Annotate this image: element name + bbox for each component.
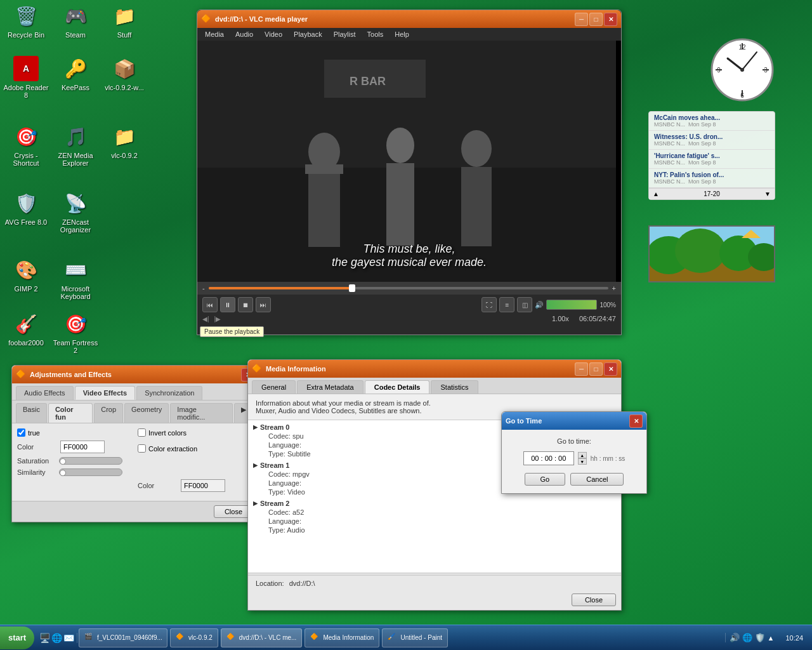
taskbar-btn-paint[interactable]: 🖌️ Untitled - Paint	[382, 628, 448, 647]
vlc-menu-video[interactable]: Video	[259, 29, 287, 39]
tab-extra-metadata[interactable]: Extra Metadata	[297, 380, 363, 394]
desktop-icon-zencast[interactable]: 📡 ZENcast Organizer	[53, 190, 98, 234]
media-info-minimize[interactable]: ─	[575, 362, 588, 376]
right-color-input[interactable]	[181, 479, 225, 492]
media-info-maximize[interactable]: □	[589, 362, 603, 376]
vlc-prev-btn[interactable]: ⏮	[202, 297, 218, 312]
adj-title: Adjustments and Effects	[30, 371, 112, 378]
desktop-icon-avg[interactable]: 🛡️ AVG Free 8.0	[3, 190, 49, 226]
vlc-seek-thumb[interactable]	[349, 284, 355, 292]
desktop-icon-foobar[interactable]: 🎸 foobar2000	[3, 311, 49, 347]
desktop-icon-crysis[interactable]: 🎯 Crysis - Shortcut	[3, 124, 49, 167]
vlc-menu-playlist[interactable]: Playlist	[329, 29, 361, 39]
saturation-slider[interactable]	[59, 457, 122, 465]
news-item-1[interactable]: McCain moves ahea... MSNBC N... Mon Sep …	[649, 112, 775, 131]
vlc-menu-playback[interactable]: Playback	[289, 29, 327, 39]
taskbar-btn-dvd-vlc-icon: 🔶	[226, 633, 237, 643]
vlc-pause-btn[interactable]: ⏸	[220, 297, 235, 312]
inner-tab-geometry[interactable]: Geometry	[124, 403, 169, 423]
news-item-3[interactable]: 'Hurricane fatigue' s... MSNBC N... Mon …	[649, 150, 775, 169]
invert-colors-label: Invert colors	[148, 429, 187, 437]
invert-colors-checkbox[interactable]	[138, 428, 146, 437]
taskbar-btn-dvd-vlc[interactable]: 🔶 dvd://D:\ - VLC me...	[221, 628, 303, 647]
vlc-minimize-btn[interactable]: ─	[575, 13, 588, 26]
vlc-playlist-btn[interactable]: ≡	[499, 297, 514, 312]
news-meta-1: MSNBC N... Mon Sep 8	[654, 121, 769, 128]
taskbar-btn-media-info[interactable]: 🔶 Media Information	[304, 628, 379, 647]
vlc-close-btn[interactable]: ✕	[604, 13, 617, 26]
color-threshold-checkbox[interactable]	[17, 428, 25, 437]
crysis-label: Crysis - Shortcut	[3, 152, 49, 167]
vlc-frame-fwd-btn[interactable]: |▶	[214, 315, 221, 322]
stream-2-header[interactable]: ▶ Stream 2	[253, 499, 616, 508]
taskbar-btn-file-vlc[interactable]: 🎬 f_VLC001m_09460f9...	[79, 628, 167, 647]
ql-icon-1[interactable]: 🖥️	[39, 633, 50, 643]
taskbar-btn-file-vlc-label: f_VLC001m_09460f9...	[97, 634, 162, 641]
goto-close-btn[interactable]: ✕	[629, 415, 643, 428]
vlc-menu-help[interactable]: Help	[390, 29, 414, 39]
inner-tab-imagemod[interactable]: Image modific...	[170, 403, 233, 423]
goto-cancel-button[interactable]: Cancel	[570, 473, 624, 486]
vlc-ext-btn[interactable]: ◫	[517, 297, 532, 312]
vlc-frame-back-btn[interactable]: ◀|	[202, 315, 209, 322]
tab-statistics[interactable]: Statistics	[431, 380, 478, 394]
tab-general[interactable]: General	[252, 380, 296, 394]
media-info-close-button[interactable]: Close	[572, 594, 616, 606]
desktop-icon-vlc092w[interactable]: 📦 vlc-0.9.2-w...	[102, 56, 147, 91]
tab-audio-effects[interactable]: Audio Effects	[16, 386, 74, 400]
desktop-icon-adobe[interactable]: A Adobe Reader 8	[3, 56, 49, 99]
media-info-tabs: General Extra Metadata Codec Details Sta…	[248, 378, 621, 394]
desktop-icon-mskb[interactable]: ⌨️ Microsoft Keyboard	[53, 257, 98, 300]
vlc-next-btn[interactable]: ⏭	[256, 297, 271, 312]
news-item-2[interactable]: Witnesses: U.S. dron... MSNBC N... Mon S…	[649, 131, 775, 150]
zencast-icon: 📡	[63, 190, 88, 216]
news-item-4[interactable]: NYT: Palin's fusion of... MSNBC N... Mon…	[649, 169, 775, 188]
goto-spin-down[interactable]: ▼	[578, 458, 587, 465]
vlc-stop-btn[interactable]: ⏹	[238, 297, 253, 312]
color-field-input[interactable]	[60, 441, 105, 453]
goto-time-input[interactable]	[523, 451, 574, 465]
stream-1-name: Stream 1	[260, 461, 289, 469]
goto-spin-up[interactable]: ▲	[578, 452, 587, 458]
similarity-thumb[interactable]	[60, 470, 66, 476]
saturation-thumb[interactable]	[60, 458, 66, 465]
color-extraction-checkbox[interactable]	[138, 444, 146, 453]
inner-tab-colorfun[interactable]: Color fun	[48, 403, 93, 423]
desktop-icon-keepass[interactable]: 🔑 KeePass	[53, 56, 98, 91]
news-next-btn[interactable]: ▼	[764, 190, 771, 197]
vlc-fullscreen-btn[interactable]: ⛶	[481, 297, 497, 312]
inner-tab-basic[interactable]: Basic	[16, 403, 47, 423]
vlc-menu-audio[interactable]: Audio	[230, 29, 258, 39]
desktop-icon-steam[interactable]: 🎮 Steam	[53, 3, 98, 39]
inner-tab-crop[interactable]: Crop	[94, 403, 123, 423]
ql-icon-3[interactable]: ✉️	[63, 633, 74, 643]
desktop-icon-zen[interactable]: 🎵 ZEN Media Explorer	[53, 124, 98, 167]
similarity-slider[interactable]	[59, 468, 122, 476]
stream-2-lang: Language:	[253, 517, 616, 526]
vlc-menu-media[interactable]: Media	[200, 29, 229, 39]
vlc-maximize-btn[interactable]: □	[589, 13, 603, 26]
vlc-menu-tools[interactable]: Tools	[362, 29, 389, 39]
goto-go-button[interactable]: Go	[525, 473, 566, 486]
svg-rect-26	[308, 171, 340, 247]
vlc-window-controls: ─ □ ✕	[575, 13, 617, 26]
tf2-label: Team Fortress 2	[53, 339, 98, 354]
taskbar-btn-vlc-app[interactable]: 🔶 vlc-0.9.2	[170, 628, 218, 647]
desktop-icon-vlc092[interactable]: 📁 vlc-0.9.2	[102, 124, 147, 159]
vlc-vol-bar[interactable]	[546, 300, 597, 310]
taskbar-start-button[interactable]: start	[0, 627, 34, 649]
ql-icon-2[interactable]: 🌐	[51, 633, 62, 643]
vlc-seek-track[interactable]	[209, 287, 608, 289]
vlc-video-area: R BAR This must be, like, the gayest mus…	[197, 41, 621, 282]
news-prev-btn[interactable]: ▲	[653, 190, 659, 197]
media-info-close-btn[interactable]: ✕	[604, 362, 617, 376]
tab-synchronization[interactable]: Synchronization	[136, 386, 202, 400]
desktop-icon-stuff[interactable]: 📁 Stuff	[102, 3, 147, 39]
desktop-icon-tf2[interactable]: 🎯 Team Fortress 2	[53, 311, 98, 354]
desktop-icon-recycle-bin[interactable]: 🗑️ Recycle Bin	[3, 3, 49, 39]
tab-video-effects[interactable]: Video Effects	[75, 386, 136, 400]
saturation-row: Saturation	[17, 457, 133, 465]
tab-codec-details[interactable]: Codec Details	[365, 380, 430, 394]
stream-2-codec: Codec: a52	[253, 508, 616, 517]
desktop-icon-gimp[interactable]: 🎨 GIMP 2	[3, 257, 49, 293]
